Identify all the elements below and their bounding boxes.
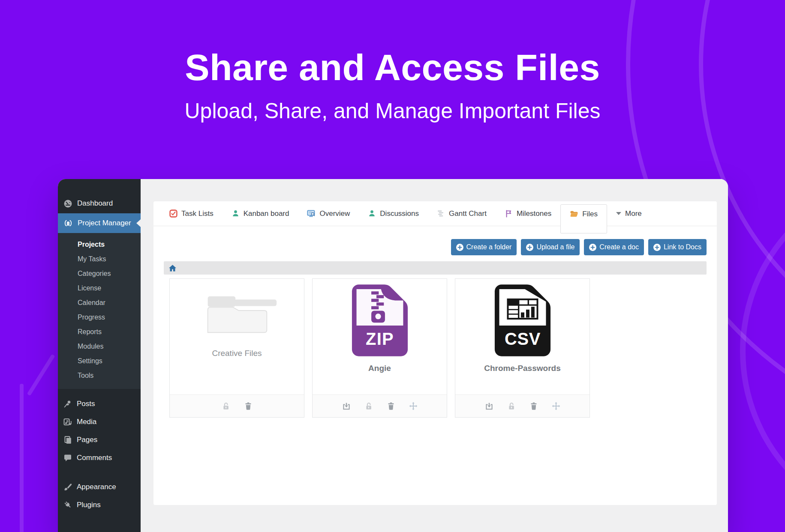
submenu-item-projects[interactable]: Projects <box>58 237 141 252</box>
tab-gantt-chart[interactable]: Gantt Chart <box>428 201 496 226</box>
sidebar-item-label: Comments <box>77 454 112 462</box>
tab-kanban-board[interactable]: Kanban board <box>223 201 298 226</box>
gantt-bars-icon <box>437 209 445 218</box>
submenu-item-settings[interactable]: Settings <box>58 354 141 368</box>
submenu-item-calendar[interactable]: Calendar <box>58 296 141 310</box>
page-subtitle: Upload, Share, and Manage Important File… <box>0 99 785 123</box>
page-title: Share and Access Files <box>0 48 785 87</box>
folder-card-body[interactable]: Creative Files <box>170 279 304 395</box>
unlock-icon[interactable] <box>221 401 231 411</box>
sidebar-item-label: Dashboard <box>77 199 113 208</box>
folder-icon <box>194 294 280 335</box>
file-name: Angie <box>368 364 391 373</box>
plug-icon <box>63 501 72 509</box>
csv-card-actions <box>455 395 590 417</box>
file-card-creative-files: Creative Files <box>169 278 304 418</box>
submenu-item-tools[interactable]: Tools <box>58 368 141 383</box>
tab-label: More <box>625 209 642 218</box>
admin-sidebar: Dashboard Project Manager Projects My Ta… <box>58 179 141 532</box>
app-window: Dashboard Project Manager Projects My Ta… <box>58 179 728 532</box>
sidebar-item-label: Posts <box>77 400 95 408</box>
home-icon <box>168 264 177 272</box>
sidebar-item-appearance[interactable]: Appearance <box>58 478 141 496</box>
tab-label: Discussions <box>380 209 419 218</box>
sidebar-item-label: Appearance <box>77 483 116 491</box>
tab-task-lists[interactable]: Task Lists <box>160 201 223 226</box>
file-name: Chrome-Passwords <box>484 364 560 373</box>
sidebar-item-comments[interactable]: Comments <box>58 449 141 467</box>
csv-badge-text: CSV <box>505 329 541 348</box>
link-to-docs-button[interactable]: Link to Docs <box>648 239 707 255</box>
unlock-icon[interactable] <box>507 401 516 411</box>
sidebar-item-plugins[interactable]: Plugins <box>58 496 141 514</box>
button-label: Link to Docs <box>664 243 701 251</box>
task-lists-check-icon <box>169 209 177 218</box>
sidebar-item-dashboard[interactable]: Dashboard <box>58 194 141 213</box>
zip-card-actions <box>313 395 447 417</box>
tab-discussions[interactable]: Discussions <box>359 201 428 226</box>
sidebar-content-group: Posts Media Pages <box>58 395 141 467</box>
tab-milestones[interactable]: Milestones <box>496 201 560 226</box>
breadcrumb <box>164 261 707 275</box>
admin-content-area: Task Lists Kanban board <box>141 179 728 532</box>
sidebar-appearance-group: Appearance Plugins <box>58 478 141 514</box>
plus-circle-icon <box>526 244 533 251</box>
plus-circle-icon <box>653 244 661 251</box>
sidebar-item-media[interactable]: Media <box>58 413 141 431</box>
move-icon[interactable] <box>409 401 418 411</box>
zip-file-icon: ZIP <box>351 284 409 357</box>
sidebar-separator <box>58 467 141 472</box>
background-line-vertical <box>20 384 24 532</box>
file-card-angie: ZIP Angie <box>312 278 447 418</box>
create-folder-button[interactable]: Create a folder <box>451 239 517 255</box>
project-tabbar: Task Lists Kanban board <box>153 201 717 226</box>
kanban-person-icon <box>232 209 240 218</box>
hero: Share and Access Files Upload, Share, an… <box>0 48 785 123</box>
tab-label: Task Lists <box>181 209 214 218</box>
unlock-icon[interactable] <box>364 401 373 411</box>
button-label: Upload a file <box>536 243 574 251</box>
breadcrumb-home-button[interactable] <box>168 264 177 272</box>
button-label: Create a folder <box>466 243 512 251</box>
paintbrush-icon <box>63 483 72 491</box>
download-icon[interactable] <box>484 401 494 411</box>
sidebar-item-label: Media <box>77 418 96 426</box>
tab-files[interactable]: Files <box>560 204 607 233</box>
sidebar-item-project-manager[interactable]: Project Manager <box>58 213 141 233</box>
delete-icon[interactable] <box>244 401 253 411</box>
pushpin-icon <box>63 400 72 408</box>
project-panel: Task Lists Kanban board <box>153 201 717 505</box>
project-manager-logo-icon <box>63 218 73 228</box>
tab-more[interactable]: More <box>607 201 651 226</box>
zip-card-body[interactable]: ZIP Angie <box>313 279 447 395</box>
tab-label: Kanban board <box>244 209 289 218</box>
chevron-down-icon <box>616 212 621 215</box>
delete-icon[interactable] <box>386 401 396 411</box>
sidebar-item-pages[interactable]: Pages <box>58 431 141 449</box>
milestone-flag-icon <box>505 209 513 218</box>
pages-icon <box>63 436 72 444</box>
submenu-item-modules[interactable]: Modules <box>58 339 141 354</box>
submenu-item-license[interactable]: License <box>58 281 141 296</box>
csv-card-body[interactable]: CSV Chrome-Passwords <box>455 279 590 395</box>
discussions-person-icon <box>368 209 376 218</box>
files-grid: Creative Files <box>153 275 717 418</box>
tab-label: Milestones <box>517 209 551 218</box>
move-icon[interactable] <box>551 401 561 411</box>
folder-card-actions <box>170 395 304 417</box>
tab-label: Overview <box>319 209 350 218</box>
delete-icon[interactable] <box>529 401 538 411</box>
submenu-item-my-tasks[interactable]: My Tasks <box>58 252 141 266</box>
sidebar-item-posts[interactable]: Posts <box>58 395 141 413</box>
submenu-item-categories[interactable]: Categories <box>58 266 141 281</box>
create-doc-button[interactable]: Create a doc <box>584 239 644 255</box>
tab-overview[interactable]: Overview <box>298 201 359 226</box>
files-folder-icon <box>570 210 578 218</box>
submenu-item-progress[interactable]: Progress <box>58 310 141 325</box>
submenu-item-reports[interactable]: Reports <box>58 325 141 339</box>
upload-file-button[interactable]: Upload a file <box>521 239 580 255</box>
download-icon[interactable] <box>342 401 351 411</box>
dashboard-gauge-icon <box>63 199 72 208</box>
project-manager-submenu: Projects My Tasks Categories License Cal… <box>58 233 141 389</box>
sidebar-item-label: Pages <box>77 436 97 444</box>
